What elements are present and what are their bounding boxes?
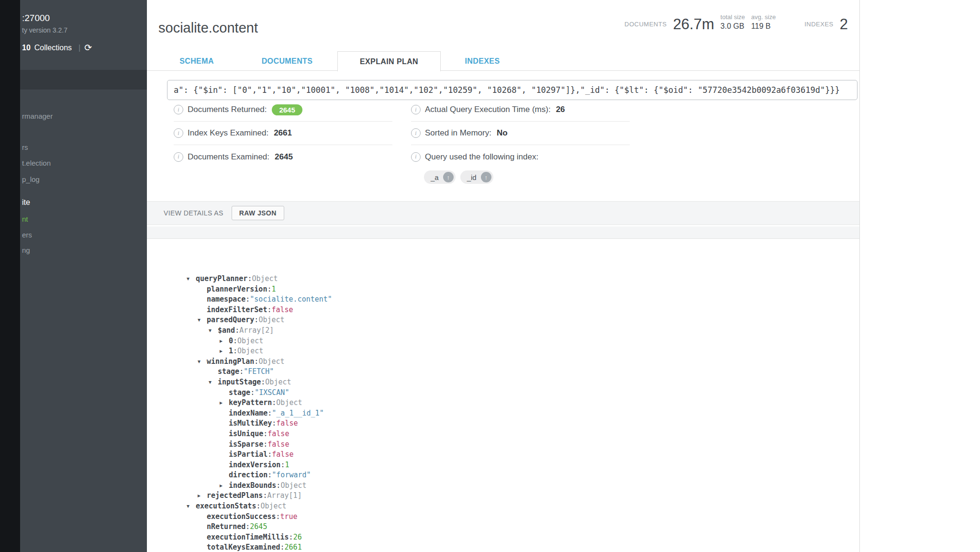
tree-row-isUnique: isUnique:false — [147, 429, 859, 439]
stat-row: iQuery used the following index: — [411, 145, 630, 169]
documents-value: 26.7m — [673, 17, 714, 32]
refresh-icon[interactable]: ⟳ — [84, 42, 92, 53]
documents-label: DOCUMENTS — [624, 21, 667, 32]
tree-colon: : — [250, 388, 255, 397]
sidebar-search-box[interactable] — [20, 70, 147, 90]
caret-collapsed-icon[interactable]: ▸ — [220, 336, 223, 347]
query-input[interactable] — [167, 80, 858, 100]
tree-row-1[interactable]: ▸1:Object — [147, 346, 859, 357]
sidebar-item-ers[interactable]: ers — [22, 231, 32, 239]
caret-expanded-icon[interactable]: ▾ — [187, 274, 189, 284]
tree-colon: : — [239, 367, 244, 376]
tree-key: plannerVersion — [207, 285, 267, 293]
tree-key: indexVersion — [229, 461, 280, 469]
sidebar-item-rs[interactable]: rs — [22, 143, 28, 151]
page-title: socialite.content — [158, 20, 258, 36]
tree-value: Object — [276, 398, 302, 407]
tab-bar: SCHEMADOCUMENTSEXPLAIN PLANINDEXES — [147, 51, 859, 71]
tree-value: 1 — [271, 285, 276, 293]
sidebar: :27000 ty version 3.2.7 10 Collections |… — [0, 0, 147, 552]
tree-row-isPartial: isPartial:false — [147, 450, 859, 460]
tree-value: "socialite.content" — [250, 295, 332, 304]
app-window: :27000 ty version 3.2.7 10 Collections |… — [0, 0, 860, 552]
tree-key: executionStats — [196, 502, 256, 510]
tree-row-$and[interactable]: ▾$and:Array[2] — [147, 326, 859, 336]
tree-key: indexFilterSet — [207, 305, 267, 314]
raw-json-button[interactable]: RAW JSON — [232, 206, 284, 220]
tree-colon: : — [245, 295, 250, 304]
tree-row-rejectedPlans[interactable]: ▸rejectedPlans:Array[1] — [147, 491, 859, 501]
tree-row-keyPattern[interactable]: ▸keyPattern:Object — [147, 398, 859, 408]
stat-row: iDocuments Returned:2645 — [174, 98, 392, 122]
caret-expanded-icon[interactable]: ▾ — [198, 315, 200, 326]
tab-explain-plan[interactable]: EXPLAIN PLAN — [337, 51, 441, 71]
tree-row-plannerVersion: plannerVersion:1 — [147, 284, 859, 295]
indexes-value: 2 — [840, 17, 848, 32]
avg-size-value: 119 B — [751, 22, 776, 31]
tree-value: Object — [280, 481, 306, 490]
tree-value: Object — [258, 315, 284, 324]
header-stats: DOCUMENTS 26.7m total size 3.0 GB avg. s… — [624, 13, 848, 32]
tree-key: nReturned — [207, 522, 245, 531]
stat-value: 2661 — [274, 128, 292, 138]
caret-collapsed-icon[interactable]: ▸ — [220, 481, 223, 491]
tree-row-parsedQuery[interactable]: ▾parsedQuery:Object — [147, 315, 859, 326]
tree-row-stage: stage:"FETCH" — [147, 367, 859, 377]
sidebar-item-nt[interactable]: nt — [22, 215, 28, 223]
tree-colon: : — [276, 512, 280, 521]
sidebar-item-t-election[interactable]: t.election — [22, 159, 51, 167]
tree-value: false — [272, 450, 293, 459]
sidebar-item-ite[interactable]: ite — [22, 198, 30, 207]
tab-indexes[interactable]: INDEXES — [446, 51, 518, 71]
stat-row: iActual Query Execution Time (ms):26 — [411, 98, 630, 122]
stat-label: Actual Query Execution Time (ms): — [425, 105, 551, 114]
details-band: VIEW DETAILS AS RAW JSON — [147, 201, 859, 225]
collections-row: 10 Collections | ⟳ — [22, 42, 92, 53]
tree-value: false — [267, 429, 289, 438]
caret-expanded-icon[interactable]: ▾ — [209, 377, 212, 388]
tab-schema[interactable]: SCHEMA — [161, 51, 233, 71]
tree-value: 2645 — [250, 522, 267, 531]
tree-key: isPartial — [229, 450, 267, 459]
view-details-label: VIEW DETAILS AS — [164, 209, 223, 217]
tree-value: Object — [237, 337, 263, 345]
tree-row-indexBounds[interactable]: ▸indexBounds:Object — [147, 481, 859, 491]
tree-row-indexFilterSet: indexFilterSet:false — [147, 305, 859, 315]
tree-key: stage — [229, 388, 250, 397]
tree-colon: : — [235, 326, 239, 335]
tree-row-indexName: indexName:"_a_1__id_1" — [147, 408, 859, 419]
tree-value: 2661 — [285, 543, 302, 552]
total-size-label: total size — [721, 13, 745, 21]
tree-colon: : — [289, 533, 293, 541]
sidebar-item-ng[interactable]: ng — [22, 246, 30, 254]
tree-key: queryPlanner — [196, 274, 247, 283]
caret-expanded-icon[interactable]: ▾ — [209, 326, 212, 336]
collections-label: Collections — [34, 44, 72, 52]
caret-expanded-icon[interactable]: ▾ — [187, 501, 189, 512]
tree-value: Object — [252, 274, 278, 283]
tree-row-namespace: namespace:"socialite.content" — [147, 294, 859, 305]
caret-collapsed-icon[interactable]: ▸ — [198, 491, 200, 501]
tree-row-inputStage[interactable]: ▾inputStage:Object — [147, 377, 859, 388]
version-text: ty version 3.2.7 — [22, 26, 67, 34]
tree-key: indexBounds — [229, 481, 276, 490]
sidebar-item-rmanager[interactable]: rmanager — [22, 112, 53, 120]
caret-collapsed-icon[interactable]: ▸ — [220, 398, 223, 408]
info-icon: i — [411, 105, 421, 114]
tree-row-0[interactable]: ▸0:Object — [147, 336, 859, 347]
tree-row-executionStats[interactable]: ▾executionStats:Object — [147, 501, 859, 512]
tab-documents[interactable]: DOCUMENTS — [246, 51, 328, 71]
tree-row-queryPlanner[interactable]: ▾queryPlanner:Object — [147, 274, 859, 284]
stat-value: No — [497, 128, 508, 138]
sidebar-item-p-log[interactable]: p_log — [22, 175, 40, 183]
tree-key: $and — [218, 326, 235, 335]
tree-row-winningPlan[interactable]: ▾winningPlan:Object — [147, 357, 859, 367]
tree-row-executionTimeMillis: executionTimeMillis:26 — [147, 532, 859, 543]
caret-expanded-icon[interactable]: ▾ — [198, 357, 200, 367]
tree-value: Array — [267, 491, 289, 500]
tree-value: 26 — [293, 533, 302, 541]
tree-colon: : — [267, 450, 272, 459]
tree-value: false — [271, 305, 293, 314]
caret-collapsed-icon[interactable]: ▸ — [220, 346, 223, 357]
tree-row-isSparse: isSparse:false — [147, 439, 859, 450]
